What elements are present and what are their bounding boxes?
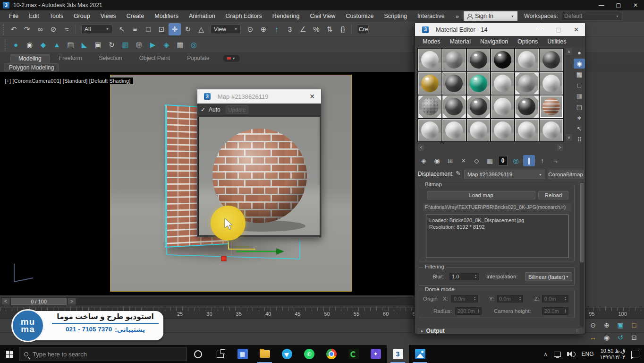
previous-frame-button[interactable]: < — [1, 298, 10, 305]
material-swatch[interactable] — [442, 72, 466, 95]
network-icon[interactable] — [554, 352, 561, 357]
zoom-icon[interactable]: ⊙ — [587, 320, 599, 331]
taskbar-search-input[interactable]: Type here to search — [19, 347, 187, 361]
origin-x-field[interactable]: 0.0m▴▾ — [451, 295, 478, 302]
material-swatch[interactable] — [540, 119, 563, 142]
ribbon-tab-freeform[interactable]: Freeform — [51, 54, 90, 63]
material-swatch[interactable] — [491, 95, 514, 118]
origin-y-field[interactable]: 0.0m▴▾ — [497, 295, 523, 302]
tray-chevron-up-icon[interactable]: ∧ — [544, 351, 548, 357]
output-rollout[interactable]: ▸ Output ⣿ — [417, 327, 583, 334]
menu-animation[interactable]: Animation — [184, 13, 220, 19]
ribbon-flyout-dropdown[interactable]: ▼ — [223, 55, 240, 62]
window-minimize-button[interactable]: — — [593, 0, 610, 10]
delete-map-icon[interactable]: × — [458, 155, 469, 166]
origin-z-field[interactable]: 0.0m▴▾ — [542, 295, 568, 302]
orbit-icon[interactable]: ↺ — [615, 332, 626, 343]
loop-icon[interactable]: ↻ — [105, 39, 118, 51]
menu-civil-view[interactable]: Civil View — [305, 13, 340, 19]
rectangular-selection-region-icon[interactable]: □ — [142, 23, 154, 35]
assign-to-selection-icon[interactable]: ⊞ — [444, 155, 456, 166]
toolbar-drag-handle[interactable] — [3, 24, 6, 35]
sun-icon[interactable]: ◉ — [23, 39, 36, 51]
workspace-dropdown[interactable]: Default ▼ — [561, 12, 622, 21]
menu-interactive[interactable]: Interactive — [412, 13, 450, 19]
percent-snap-icon[interactable]: % — [310, 23, 322, 35]
select-object-icon[interactable]: ↖ — [116, 23, 128, 35]
me-menu-utilities[interactable]: Utilities — [542, 38, 571, 45]
blur-field[interactable]: 1.0▴▾ — [449, 273, 479, 280]
zoom-all-icon[interactable]: ⊕ — [601, 320, 612, 331]
load-map-button[interactable]: Load map — [427, 191, 535, 199]
material-swatch[interactable] — [515, 95, 538, 118]
material-swatch[interactable] — [467, 95, 490, 118]
material-swatch[interactable] — [491, 49, 514, 71]
material-swatch[interactable] — [515, 72, 538, 95]
viewport-label[interactable]: [+] [CoronaCamera001] [Standard] [Defaul… — [2, 78, 133, 84]
pan-hand-icon[interactable]: ↔ — [587, 332, 599, 343]
redo-icon[interactable]: ↷ — [21, 23, 33, 35]
swatch-scroll-left-button[interactable]: < — [417, 144, 425, 151]
select-by-name-icon[interactable]: ≡ — [129, 23, 141, 35]
sign-in-button[interactable]: Sign In ▼ — [464, 11, 517, 21]
menu-tools[interactable]: Tools — [44, 13, 68, 19]
minimize-icon[interactable]: — — [537, 26, 543, 33]
auto-label[interactable]: Auto — [209, 106, 220, 113]
update-button[interactable]: Update — [226, 105, 248, 114]
spinner-snap-icon[interactable]: ⇅ — [323, 23, 336, 35]
menu-edit[interactable]: Edit — [24, 13, 44, 19]
trees-icon[interactable]: ▲ — [51, 39, 63, 51]
material-id-icon[interactable]: 0 — [498, 156, 508, 165]
material-swatch[interactable] — [540, 72, 563, 95]
show-end-result-icon[interactable]: ∥ — [523, 155, 535, 166]
light-icon[interactable]: ● — [9, 39, 22, 51]
quad-menu-icon[interactable]: ⊞ — [133, 39, 145, 51]
bitmap-path-field[interactable]: F:\tutorial\Vray\TEXTUER\PBR\Bricks020_8… — [423, 203, 571, 211]
maximize-icon[interactable]: ▢ — [556, 26, 561, 33]
ribbon-tab-modeling[interactable]: Modeling — [10, 54, 50, 63]
make-preview-icon[interactable]: ▤ — [574, 102, 585, 112]
window-maximize-button[interactable]: ▢ — [610, 0, 627, 10]
material-swatch[interactable] — [467, 72, 490, 95]
camera-add-icon[interactable]: ◈ — [160, 39, 173, 51]
interpolation-dropdown[interactable]: Bilinear (faster) ▼ — [525, 272, 572, 281]
video-icon[interactable]: ▶ — [146, 39, 159, 51]
put-to-scene-icon[interactable]: ◉ — [431, 155, 443, 166]
material-swatch[interactable] — [515, 49, 538, 71]
put-to-library-icon[interactable]: ▦ — [484, 155, 496, 166]
material-swatch[interactable] — [491, 119, 514, 142]
select-by-material-icon[interactable]: ↖ — [574, 124, 585, 134]
material-editor-window[interactable]: 3 Material Editor - 14 — ▢ ✕ ModesMateri… — [415, 23, 585, 334]
angle-snap-icon[interactable]: ∠ — [297, 23, 309, 35]
material-swatch[interactable] — [442, 119, 466, 142]
whatsapp-button[interactable]: ✆ — [298, 345, 320, 363]
material-map-navigator-icon[interactable]: ⠿ — [574, 135, 585, 145]
backlight-icon[interactable]: ◉ — [574, 59, 585, 69]
camera-height-field[interactable]: 20.0m▴▾ — [542, 307, 568, 315]
reload-button[interactable]: Reload — [538, 191, 568, 199]
menu-rendering[interactable]: Rendering — [267, 13, 305, 19]
background-icon[interactable]: ▦ — [574, 69, 585, 79]
window-crossing-icon[interactable]: ⊡ — [155, 23, 168, 35]
unlink-selection-icon[interactable]: ⊘ — [47, 23, 59, 35]
walk-through-icon[interactable]: ◉ — [601, 332, 612, 343]
maximize-viewport-icon[interactable]: ⊡ — [628, 332, 640, 343]
camtasia-button[interactable] — [342, 345, 364, 363]
action-center-icon[interactable] — [631, 351, 639, 357]
material-swatch[interactable] — [491, 72, 514, 95]
material-swatch[interactable] — [467, 49, 490, 71]
menu-customize[interactable]: Customize — [340, 13, 379, 19]
material-swatch[interactable] — [418, 49, 441, 71]
material-editor-titlebar[interactable]: 3 Material Editor - 14 — ▢ ✕ — [415, 23, 585, 36]
menu-overflow-chevron[interactable]: » — [452, 13, 463, 20]
keyboard-override-icon[interactable]: ↑ — [271, 23, 283, 35]
photos-button[interactable] — [409, 345, 431, 363]
menu-file[interactable]: File — [4, 13, 24, 19]
material-swatch[interactable] — [540, 95, 563, 118]
named-selection-sets-icon[interactable]: {} — [337, 23, 349, 35]
camera-icon[interactable]: ◆ — [37, 39, 50, 51]
me-menu-material[interactable]: Material — [445, 38, 475, 45]
material-swatch[interactable] — [540, 49, 563, 71]
material-swatch[interactable] — [442, 95, 466, 118]
start-button[interactable] — [0, 345, 19, 363]
